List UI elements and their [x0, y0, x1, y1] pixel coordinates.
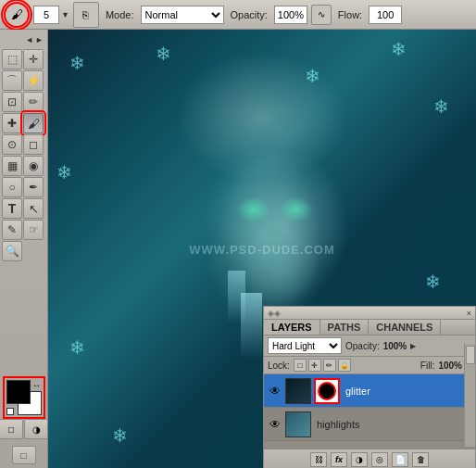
tool-row-5: ⊙ ◻	[2, 134, 45, 155]
layer-glitter[interactable]: 👁 glitter	[264, 374, 475, 408]
scroll-thumb[interactable]	[466, 346, 475, 364]
new-layer-btn[interactable]: 📄	[392, 452, 408, 467]
path-select-tool[interactable]: ↖	[23, 198, 44, 219]
screen-mode-btn[interactable]: □	[12, 446, 36, 464]
move-tool[interactable]: ✛	[23, 49, 44, 70]
toolbar-collapse[interactable]: ◄	[25, 35, 33, 44]
tool-row-9: ✎ ☞	[2, 220, 45, 240]
color-boxes: ↔ □ ◑	[2, 376, 45, 443]
snowflake-1: ❄	[69, 52, 85, 74]
layer-highlights-thumb	[285, 411, 311, 437]
top-toolbar: 🖌 5 ▼ ⎘ Mode: Normal Hard Light Soft Lig…	[0, 0, 476, 30]
fg-bg-colors: ↔	[6, 380, 42, 415]
panel-tabs: LAYERS PATHS CHANNELS	[264, 320, 475, 335]
right-eye-glow	[279, 196, 313, 222]
layer-glitter-thumb	[285, 378, 311, 404]
brush-tool-icon[interactable]: 🖌	[4, 2, 30, 28]
clone-tool[interactable]: ⊙	[2, 134, 22, 155]
lock-icons: □ ✛ ✏ 🔒	[294, 359, 351, 372]
layers-panel: ◈◈ × LAYERS PATHS CHANNELS Hard Light No…	[263, 306, 476, 468]
opacity-label: Opacity:	[228, 9, 270, 20]
panel-header-bar: ◈◈ ×	[264, 307, 475, 320]
fill-value: 100%	[438, 360, 462, 371]
snowflake-2: ❄	[156, 43, 171, 65]
brush-size-arrow[interactable]: ▼	[61, 10, 69, 19]
standard-mode-btn[interactable]: □	[0, 419, 23, 439]
canvas-area[interactable]: ❄ ❄ ❄ ❄ ❄ ❄ ❄ ❄ ❄ ❄ WWW.PSD-DUDE.COM	[48, 30, 476, 468]
panel-scrollbar[interactable]	[464, 344, 475, 447]
toolbar-expand[interactable]: ►	[35, 35, 44, 44]
foreground-color[interactable]	[6, 380, 31, 404]
opacity-arrow[interactable]: ▶	[410, 342, 416, 350]
new-adjustment-btn[interactable]: ◎	[371, 452, 388, 467]
left-eye-glow	[236, 196, 270, 222]
layer-bottom-bar: ⛓ fx ◑ ◎ 📄 🗑	[264, 449, 475, 468]
panel-close-btn[interactable]: ×	[467, 309, 471, 318]
type-tool[interactable]: T	[2, 198, 22, 219]
tool-row-3: ⊡ ✏	[2, 92, 45, 112]
main-area: ◄ ► ⬚ ✛ ⌒ ⚡ ⊡ ✏ ✚ 🖌 ⊙ ◻ ▦ ◉	[0, 30, 476, 468]
healing-tool[interactable]: ✚	[2, 113, 22, 133]
eraser-tool[interactable]: ◻	[23, 134, 44, 155]
mode-select[interactable]: Normal Hard Light Soft Light	[141, 6, 224, 24]
tool-row-8: T ↖	[2, 198, 45, 219]
tool-row-2: ⌒ ⚡	[2, 70, 45, 91]
link-layers-btn[interactable]: ⛓	[310, 452, 327, 467]
quick-mask-btn[interactable]: ◑	[24, 419, 48, 439]
notes-tool[interactable]: ✎	[2, 220, 22, 240]
lock-position-btn[interactable]: ✏	[323, 359, 336, 372]
switch-colors[interactable]: ↔	[32, 380, 42, 390]
snowflake-10: ❄	[112, 424, 128, 447]
eyedropper-tool[interactable]: ✏	[23, 92, 44, 112]
lock-transparent-btn[interactable]: □	[294, 359, 307, 372]
toolbar-header: ◄ ►	[2, 33, 45, 46]
layer-highlights[interactable]: 👁 highlights	[264, 408, 475, 441]
lasso-tool[interactable]: ⌒	[2, 70, 22, 91]
airbrush-btn[interactable]: ∿	[311, 5, 332, 25]
flow-input[interactable]: 100	[369, 6, 402, 24]
lock-all-btn[interactable]: 🔒	[338, 359, 351, 372]
screen-mode-row: □	[2, 446, 45, 464]
opacity-label: Opacity:	[345, 341, 380, 351]
magic-wand-tool[interactable]: ⚡	[23, 70, 44, 91]
tool-row-6: ▦ ◉	[2, 156, 45, 176]
brush-size-input[interactable]: 5	[33, 6, 59, 24]
blur-tool[interactable]: ◉	[23, 156, 44, 176]
tab-channels[interactable]: CHANNELS	[369, 320, 441, 335]
snowflake-6: ❄	[56, 161, 72, 183]
fill-controls: Lock: □ ✛ ✏ 🔒 Fill: 100% ▶	[264, 357, 475, 374]
layer-glitter-visibility[interactable]: 👁	[268, 384, 282, 398]
dodge-tool[interactable]: ○	[2, 177, 22, 197]
lock-pixels-btn[interactable]: ✛	[308, 359, 321, 372]
tool-row-4: ✚ 🖌	[2, 113, 45, 133]
brush-tool[interactable]: 🖌	[23, 113, 44, 133]
tab-paths[interactable]: PATHS	[320, 320, 370, 335]
snowflake-5: ❄	[433, 95, 449, 118]
fx-btn[interactable]: fx	[331, 452, 347, 467]
gradient-tool[interactable]: ▦	[2, 156, 22, 176]
opacity-input[interactable]: 100%	[274, 6, 307, 24]
layers-list: 👁 glitter 👁 highlights	[264, 374, 475, 449]
fill-label: Fill:	[420, 360, 435, 371]
crop-tool[interactable]: ⊡	[2, 92, 22, 112]
clone-stamp-tool-btn[interactable]: ⎘	[73, 2, 99, 28]
layer-highlights-visibility[interactable]: 👁	[268, 417, 282, 432]
hand-tool[interactable]: ☞	[23, 220, 44, 240]
blend-mode-select[interactable]: Hard Light Normal Soft Light Multiply Sc…	[268, 337, 342, 354]
tool-row-7: ○ ✒	[2, 177, 45, 197]
panel-controls: Hard Light Normal Soft Light Multiply Sc…	[264, 335, 475, 357]
left-toolbar: ◄ ► ⬚ ✛ ⌒ ⚡ ⊡ ✏ ✚ 🖌 ⊙ ◻ ▦ ◉	[0, 30, 48, 468]
marquee-tool[interactable]: ⬚	[2, 49, 22, 70]
pen-tool[interactable]: ✒	[23, 177, 44, 197]
flow-label: Flow:	[335, 9, 365, 20]
watermark: WWW.PSD-DUDE.COM	[189, 242, 335, 256]
delete-layer-btn[interactable]: 🗑	[412, 452, 429, 467]
zoom-tool[interactable]: 🔍	[2, 241, 22, 261]
tab-layers[interactable]: LAYERS	[264, 320, 320, 335]
reset-colors[interactable]	[6, 408, 14, 415]
tool-row-10: 🔍	[2, 241, 45, 261]
add-mask-btn[interactable]: ◑	[351, 452, 368, 467]
lock-label: Lock:	[268, 360, 290, 371]
layer-glitter-name: glitter	[343, 386, 471, 397]
brush-size-box: 5 ▼	[33, 6, 69, 24]
